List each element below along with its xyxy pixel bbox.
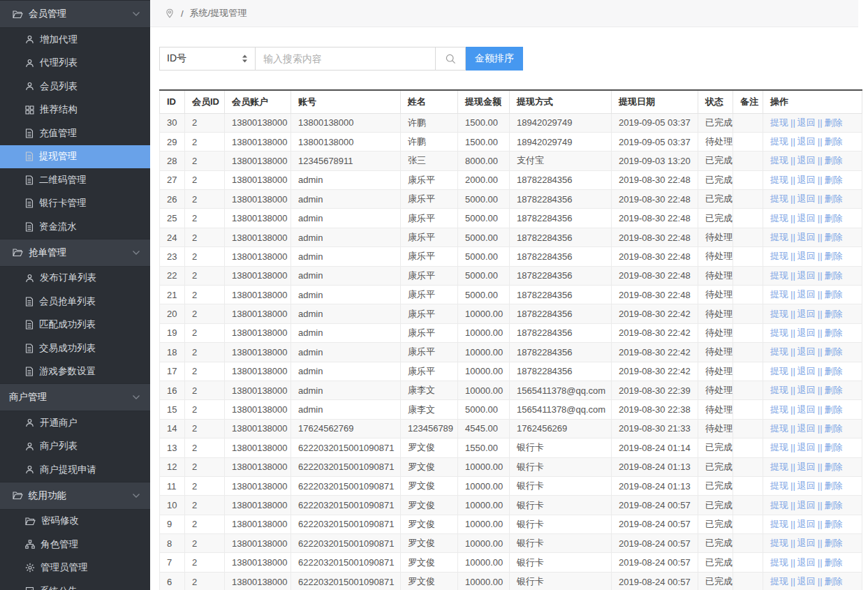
delete-link[interactable]: 删除 — [825, 175, 843, 185]
withdraw-link[interactable]: 提现 — [770, 309, 788, 319]
withdraw-link[interactable]: 提现 — [770, 327, 788, 338]
withdraw-link[interactable]: 提现 — [770, 213, 788, 223]
delete-link[interactable]: 删除 — [825, 557, 843, 568]
search-input[interactable] — [256, 47, 436, 71]
return-link[interactable]: 退回 — [797, 366, 816, 376]
return-link[interactable]: 退回 — [797, 136, 816, 147]
delete-link[interactable]: 删除 — [825, 251, 843, 261]
delete-link[interactable]: 删除 — [825, 309, 843, 319]
delete-link[interactable]: 删除 — [825, 213, 843, 223]
withdraw-link[interactable]: 提现 — [770, 289, 788, 300]
sidebar-item[interactable]: 系统公告 — [0, 580, 150, 590]
delete-link[interactable]: 删除 — [825, 366, 843, 376]
delete-link[interactable]: 删除 — [825, 576, 843, 587]
return-link[interactable]: 退回 — [797, 117, 816, 128]
delete-link[interactable]: 删除 — [825, 423, 843, 434]
sidebar-item[interactable]: 推荐结构 — [0, 98, 150, 122]
return-link[interactable]: 退回 — [797, 576, 816, 587]
withdraw-link[interactable]: 提现 — [770, 557, 788, 568]
delete-link[interactable]: 删除 — [825, 346, 843, 357]
amount-sort-button[interactable]: 金额排序 — [466, 47, 523, 71]
withdraw-link[interactable]: 提现 — [770, 193, 788, 204]
sidebar-section-header[interactable]: 抢单管理 — [0, 239, 150, 267]
withdraw-link[interactable]: 提现 — [770, 366, 788, 376]
search-field-select[interactable]: ID号 — [159, 47, 256, 71]
withdraw-link[interactable]: 提现 — [770, 404, 788, 415]
withdraw-link[interactable]: 提现 — [770, 117, 788, 128]
sidebar-item[interactable]: 管理员管理 — [0, 556, 150, 580]
return-link[interactable]: 退回 — [797, 251, 816, 261]
return-link[interactable]: 退回 — [797, 232, 816, 242]
return-link[interactable]: 退回 — [797, 480, 816, 491]
return-link[interactable]: 退回 — [797, 289, 816, 300]
return-link[interactable]: 退回 — [797, 327, 816, 338]
delete-link[interactable]: 删除 — [825, 270, 843, 281]
delete-link[interactable]: 删除 — [825, 500, 843, 510]
return-link[interactable]: 退回 — [797, 155, 816, 165]
return-link[interactable]: 退回 — [797, 346, 816, 357]
delete-link[interactable]: 删除 — [825, 480, 843, 491]
sidebar-item[interactable]: 交易成功列表 — [0, 337, 150, 360]
delete-link[interactable]: 删除 — [825, 232, 843, 242]
withdraw-link[interactable]: 提现 — [770, 232, 788, 242]
return-link[interactable]: 退回 — [797, 193, 816, 204]
withdraw-link[interactable]: 提现 — [770, 519, 788, 529]
delete-link[interactable]: 删除 — [825, 519, 843, 529]
withdraw-link[interactable]: 提现 — [770, 500, 788, 510]
sidebar-item[interactable]: 角色管理 — [0, 533, 150, 556]
delete-link[interactable]: 删除 — [825, 462, 843, 472]
delete-link[interactable]: 删除 — [825, 193, 843, 204]
delete-link[interactable]: 删除 — [825, 404, 843, 415]
return-link[interactable]: 退回 — [797, 442, 816, 452]
delete-link[interactable]: 删除 — [825, 385, 843, 395]
sidebar-item[interactable]: 增加代理 — [0, 28, 150, 52]
delete-link[interactable]: 删除 — [825, 538, 843, 548]
delete-link[interactable]: 删除 — [825, 155, 843, 165]
withdraw-link[interactable]: 提现 — [770, 480, 788, 491]
sidebar-item[interactable]: 游戏参数设置 — [0, 360, 150, 384]
return-link[interactable]: 退回 — [797, 462, 816, 472]
sidebar-section-header[interactable]: 统用功能 — [0, 482, 150, 510]
sidebar-item[interactable]: 商户列表 — [0, 435, 150, 459]
sidebar-item[interactable]: 二维码管理 — [0, 168, 150, 192]
sidebar-section-header[interactable]: 商户管理 — [0, 383, 150, 411]
delete-link[interactable]: 删除 — [825, 442, 843, 452]
return-link[interactable]: 退回 — [797, 500, 816, 510]
withdraw-link[interactable]: 提现 — [770, 538, 788, 548]
sidebar-item[interactable]: 匹配成功列表 — [0, 314, 150, 337]
sidebar-section-header[interactable]: 会员管理 — [0, 0, 150, 28]
sidebar-item[interactable]: 商户提现申请 — [0, 458, 150, 482]
return-link[interactable]: 退回 — [797, 270, 816, 281]
withdraw-link[interactable]: 提现 — [770, 270, 788, 281]
delete-link[interactable]: 删除 — [825, 327, 843, 338]
withdraw-link[interactable]: 提现 — [770, 576, 788, 587]
withdraw-link[interactable]: 提现 — [770, 462, 788, 472]
withdraw-link[interactable]: 提现 — [770, 175, 788, 185]
sidebar-item[interactable]: 资金流水 — [0, 215, 150, 239]
return-link[interactable]: 退回 — [797, 423, 816, 434]
withdraw-link[interactable]: 提现 — [770, 155, 788, 165]
return-link[interactable]: 退回 — [797, 519, 816, 529]
return-link[interactable]: 退回 — [797, 309, 816, 319]
sidebar-item-active[interactable]: 提现管理 — [0, 145, 150, 169]
withdraw-link[interactable]: 提现 — [770, 346, 788, 357]
sidebar-item[interactable]: 充值管理 — [0, 121, 150, 145]
withdraw-link[interactable]: 提现 — [770, 136, 788, 147]
sidebar-item[interactable]: 银行卡管理 — [0, 192, 150, 216]
delete-link[interactable]: 删除 — [825, 117, 843, 128]
return-link[interactable]: 退回 — [797, 557, 816, 568]
sidebar-item[interactable]: 代理列表 — [0, 52, 150, 75]
return-link[interactable]: 退回 — [797, 213, 816, 223]
return-link[interactable]: 退回 — [797, 175, 816, 185]
withdraw-link[interactable]: 提现 — [770, 442, 788, 452]
sidebar-item[interactable]: 会员列表 — [0, 75, 150, 98]
return-link[interactable]: 退回 — [797, 404, 816, 415]
sidebar-item[interactable]: 会员抢单列表 — [0, 290, 150, 314]
delete-link[interactable]: 删除 — [825, 136, 843, 147]
sidebar-item[interactable]: 发布订单列表 — [0, 267, 150, 290]
return-link[interactable]: 退回 — [797, 385, 816, 395]
sidebar-item[interactable]: 密码修改 — [0, 510, 150, 533]
withdraw-link[interactable]: 提现 — [770, 385, 788, 395]
withdraw-link[interactable]: 提现 — [770, 251, 788, 261]
search-button[interactable] — [436, 47, 466, 71]
